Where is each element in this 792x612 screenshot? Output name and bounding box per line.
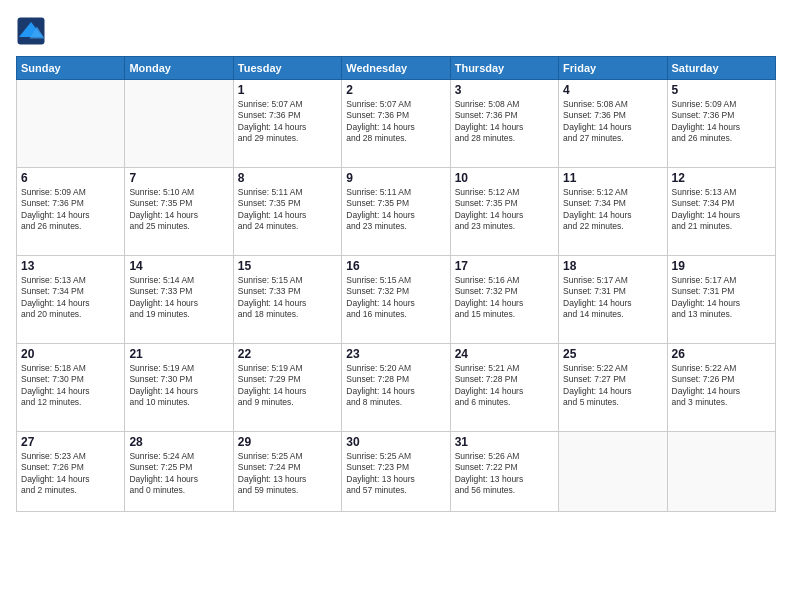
calendar-cell: 21Sunrise: 5:19 AM Sunset: 7:30 PM Dayli… (125, 344, 233, 432)
day-info: Sunrise: 5:11 AM Sunset: 7:35 PM Dayligh… (346, 187, 445, 233)
calendar-cell: 5Sunrise: 5:09 AM Sunset: 7:36 PM Daylig… (667, 80, 775, 168)
header (16, 16, 776, 46)
logo (16, 16, 50, 46)
day-info: Sunrise: 5:12 AM Sunset: 7:35 PM Dayligh… (455, 187, 554, 233)
weekday-header-sunday: Sunday (17, 57, 125, 80)
weekday-header-monday: Monday (125, 57, 233, 80)
day-number: 23 (346, 347, 445, 361)
calendar-cell: 26Sunrise: 5:22 AM Sunset: 7:26 PM Dayli… (667, 344, 775, 432)
calendar-cell (667, 432, 775, 512)
day-info: Sunrise: 5:14 AM Sunset: 7:33 PM Dayligh… (129, 275, 228, 321)
calendar-cell: 8Sunrise: 5:11 AM Sunset: 7:35 PM Daylig… (233, 168, 341, 256)
calendar-cell: 11Sunrise: 5:12 AM Sunset: 7:34 PM Dayli… (559, 168, 667, 256)
day-info: Sunrise: 5:16 AM Sunset: 7:32 PM Dayligh… (455, 275, 554, 321)
day-info: Sunrise: 5:13 AM Sunset: 7:34 PM Dayligh… (672, 187, 771, 233)
calendar-cell: 31Sunrise: 5:26 AM Sunset: 7:22 PM Dayli… (450, 432, 558, 512)
calendar-cell: 2Sunrise: 5:07 AM Sunset: 7:36 PM Daylig… (342, 80, 450, 168)
calendar-cell: 13Sunrise: 5:13 AM Sunset: 7:34 PM Dayli… (17, 256, 125, 344)
day-number: 3 (455, 83, 554, 97)
calendar-cell: 30Sunrise: 5:25 AM Sunset: 7:23 PM Dayli… (342, 432, 450, 512)
weekday-header-saturday: Saturday (667, 57, 775, 80)
calendar-week-4: 20Sunrise: 5:18 AM Sunset: 7:30 PM Dayli… (17, 344, 776, 432)
calendar-cell: 22Sunrise: 5:19 AM Sunset: 7:29 PM Dayli… (233, 344, 341, 432)
day-info: Sunrise: 5:09 AM Sunset: 7:36 PM Dayligh… (21, 187, 120, 233)
calendar-week-1: 1Sunrise: 5:07 AM Sunset: 7:36 PM Daylig… (17, 80, 776, 168)
day-number: 28 (129, 435, 228, 449)
weekday-header-friday: Friday (559, 57, 667, 80)
day-info: Sunrise: 5:07 AM Sunset: 7:36 PM Dayligh… (238, 99, 337, 145)
day-number: 29 (238, 435, 337, 449)
calendar-cell: 3Sunrise: 5:08 AM Sunset: 7:36 PM Daylig… (450, 80, 558, 168)
calendar-cell: 18Sunrise: 5:17 AM Sunset: 7:31 PM Dayli… (559, 256, 667, 344)
weekday-header-thursday: Thursday (450, 57, 558, 80)
page: SundayMondayTuesdayWednesdayThursdayFrid… (0, 0, 792, 612)
calendar-cell: 1Sunrise: 5:07 AM Sunset: 7:36 PM Daylig… (233, 80, 341, 168)
day-info: Sunrise: 5:23 AM Sunset: 7:26 PM Dayligh… (21, 451, 120, 497)
calendar-cell: 7Sunrise: 5:10 AM Sunset: 7:35 PM Daylig… (125, 168, 233, 256)
calendar-cell: 19Sunrise: 5:17 AM Sunset: 7:31 PM Dayli… (667, 256, 775, 344)
calendar-cell: 28Sunrise: 5:24 AM Sunset: 7:25 PM Dayli… (125, 432, 233, 512)
day-number: 27 (21, 435, 120, 449)
day-number: 11 (563, 171, 662, 185)
calendar-week-3: 13Sunrise: 5:13 AM Sunset: 7:34 PM Dayli… (17, 256, 776, 344)
day-info: Sunrise: 5:17 AM Sunset: 7:31 PM Dayligh… (672, 275, 771, 321)
day-info: Sunrise: 5:21 AM Sunset: 7:28 PM Dayligh… (455, 363, 554, 409)
calendar-cell: 23Sunrise: 5:20 AM Sunset: 7:28 PM Dayli… (342, 344, 450, 432)
day-number: 16 (346, 259, 445, 273)
day-number: 6 (21, 171, 120, 185)
calendar-cell (559, 432, 667, 512)
day-number: 7 (129, 171, 228, 185)
calendar-cell: 17Sunrise: 5:16 AM Sunset: 7:32 PM Dayli… (450, 256, 558, 344)
day-info: Sunrise: 5:10 AM Sunset: 7:35 PM Dayligh… (129, 187, 228, 233)
day-info: Sunrise: 5:12 AM Sunset: 7:34 PM Dayligh… (563, 187, 662, 233)
day-number: 20 (21, 347, 120, 361)
day-info: Sunrise: 5:19 AM Sunset: 7:30 PM Dayligh… (129, 363, 228, 409)
logo-icon (16, 16, 46, 46)
day-info: Sunrise: 5:22 AM Sunset: 7:26 PM Dayligh… (672, 363, 771, 409)
day-number: 19 (672, 259, 771, 273)
day-number: 25 (563, 347, 662, 361)
day-info: Sunrise: 5:18 AM Sunset: 7:30 PM Dayligh… (21, 363, 120, 409)
day-info: Sunrise: 5:25 AM Sunset: 7:24 PM Dayligh… (238, 451, 337, 497)
day-number: 18 (563, 259, 662, 273)
calendar-cell: 9Sunrise: 5:11 AM Sunset: 7:35 PM Daylig… (342, 168, 450, 256)
day-number: 24 (455, 347, 554, 361)
calendar-table: SundayMondayTuesdayWednesdayThursdayFrid… (16, 56, 776, 512)
day-number: 22 (238, 347, 337, 361)
day-info: Sunrise: 5:07 AM Sunset: 7:36 PM Dayligh… (346, 99, 445, 145)
day-number: 30 (346, 435, 445, 449)
day-info: Sunrise: 5:20 AM Sunset: 7:28 PM Dayligh… (346, 363, 445, 409)
day-number: 5 (672, 83, 771, 97)
day-number: 10 (455, 171, 554, 185)
calendar-cell (17, 80, 125, 168)
calendar-cell: 14Sunrise: 5:14 AM Sunset: 7:33 PM Dayli… (125, 256, 233, 344)
day-number: 2 (346, 83, 445, 97)
day-info: Sunrise: 5:13 AM Sunset: 7:34 PM Dayligh… (21, 275, 120, 321)
day-number: 21 (129, 347, 228, 361)
day-number: 17 (455, 259, 554, 273)
weekday-header-row: SundayMondayTuesdayWednesdayThursdayFrid… (17, 57, 776, 80)
day-number: 13 (21, 259, 120, 273)
calendar-cell: 16Sunrise: 5:15 AM Sunset: 7:32 PM Dayli… (342, 256, 450, 344)
calendar-week-2: 6Sunrise: 5:09 AM Sunset: 7:36 PM Daylig… (17, 168, 776, 256)
day-info: Sunrise: 5:08 AM Sunset: 7:36 PM Dayligh… (563, 99, 662, 145)
weekday-header-wednesday: Wednesday (342, 57, 450, 80)
day-info: Sunrise: 5:09 AM Sunset: 7:36 PM Dayligh… (672, 99, 771, 145)
calendar-cell: 24Sunrise: 5:21 AM Sunset: 7:28 PM Dayli… (450, 344, 558, 432)
calendar-cell: 10Sunrise: 5:12 AM Sunset: 7:35 PM Dayli… (450, 168, 558, 256)
calendar-cell: 15Sunrise: 5:15 AM Sunset: 7:33 PM Dayli… (233, 256, 341, 344)
day-info: Sunrise: 5:15 AM Sunset: 7:33 PM Dayligh… (238, 275, 337, 321)
day-info: Sunrise: 5:08 AM Sunset: 7:36 PM Dayligh… (455, 99, 554, 145)
day-number: 4 (563, 83, 662, 97)
day-number: 31 (455, 435, 554, 449)
calendar-cell: 4Sunrise: 5:08 AM Sunset: 7:36 PM Daylig… (559, 80, 667, 168)
calendar-cell: 12Sunrise: 5:13 AM Sunset: 7:34 PM Dayli… (667, 168, 775, 256)
calendar-cell: 20Sunrise: 5:18 AM Sunset: 7:30 PM Dayli… (17, 344, 125, 432)
day-info: Sunrise: 5:17 AM Sunset: 7:31 PM Dayligh… (563, 275, 662, 321)
day-info: Sunrise: 5:15 AM Sunset: 7:32 PM Dayligh… (346, 275, 445, 321)
calendar-week-5: 27Sunrise: 5:23 AM Sunset: 7:26 PM Dayli… (17, 432, 776, 512)
day-info: Sunrise: 5:11 AM Sunset: 7:35 PM Dayligh… (238, 187, 337, 233)
calendar-cell: 25Sunrise: 5:22 AM Sunset: 7:27 PM Dayli… (559, 344, 667, 432)
day-number: 12 (672, 171, 771, 185)
day-number: 8 (238, 171, 337, 185)
